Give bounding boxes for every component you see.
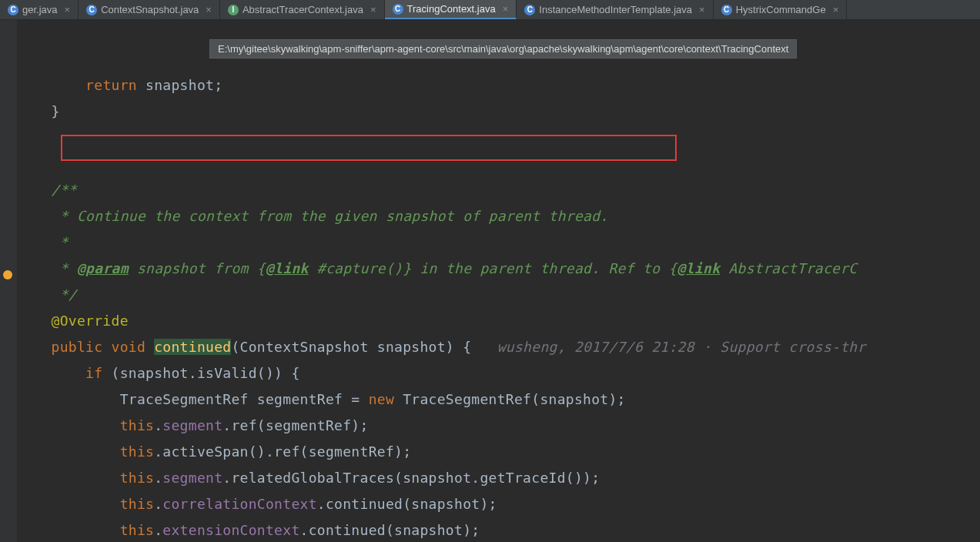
tab-label: HystrixCommandGe <box>736 4 826 15</box>
file-path-tooltip: E:\my\gitee\skywalking\apm-sniffer\apm-a… <box>209 39 797 59</box>
annotation: @Override <box>17 313 129 329</box>
code-text: . <box>154 496 162 512</box>
javadoc-line: /** <box>17 182 77 198</box>
keyword: this <box>17 522 154 538</box>
tab-label: InstanceMethodInterTemplate.java <box>539 4 692 15</box>
editor-tab[interactable]: CInstanceMethodInterTemplate.java× <box>517 0 713 19</box>
keyword: if <box>17 365 112 381</box>
javadoc-line: */ <box>17 286 77 303</box>
code-text: . <box>154 470 162 486</box>
code-text: . <box>154 522 162 538</box>
editor-tab[interactable]: CHystrixCommandGe× <box>714 0 848 19</box>
code-text: .relatedGlobalTraces(snapshot.getTraceId… <box>222 470 600 486</box>
javadoc-tag: @link <box>266 260 309 276</box>
editor-tab[interactable]: CContextSnapshot.java× <box>79 0 220 19</box>
javadoc-line: * <box>17 260 77 276</box>
javadoc-tag: @param <box>77 260 129 276</box>
interface-icon: I <box>228 5 239 15</box>
close-icon[interactable]: × <box>699 4 705 15</box>
editor-tabs: Cger.java×CContextSnapshot.java×IAbstrac… <box>0 0 980 20</box>
close-icon[interactable]: × <box>206 4 212 15</box>
gutter <box>0 20 17 542</box>
close-icon[interactable]: × <box>503 3 509 15</box>
close-icon[interactable]: × <box>65 4 71 15</box>
field: segment <box>162 470 222 486</box>
javadoc-highlighted: Continue the context from the given snap… <box>77 208 600 224</box>
tab-label: AbstractTracerContext.java <box>242 4 363 15</box>
javadoc-tag: @link <box>677 260 721 276</box>
javadoc-text: snapshot from { <box>129 260 266 276</box>
field: segment <box>162 417 222 433</box>
code-text: .continued(snapshot); <box>317 496 497 512</box>
javadoc-text: AbstractTracerC <box>720 260 857 276</box>
field: correlationContext <box>162 496 316 512</box>
javadoc-text: #capture()} in the parent thread. Ref to… <box>309 260 677 276</box>
editor-tab[interactable]: Cger.java× <box>0 0 79 19</box>
code-text: (ContextSnapshot snapshot) { <box>231 339 471 355</box>
highlight-box <box>61 135 677 161</box>
tab-label: TracingContext.java <box>407 3 496 15</box>
field: extensionContext <box>162 522 299 538</box>
method-name: continued <box>154 339 231 355</box>
keyword: void <box>112 339 155 355</box>
class-icon: C <box>721 5 732 15</box>
keyword: return <box>85 77 137 93</box>
close-icon[interactable]: × <box>833 4 839 15</box>
keyword: public <box>17 339 112 355</box>
close-icon[interactable]: × <box>370 4 376 15</box>
code-editor[interactable]: return snapshot; } /** * Continue the co… <box>0 20 980 542</box>
lightbulb-icon[interactable] <box>3 270 12 279</box>
code-text: . <box>154 417 162 433</box>
class-icon: C <box>393 4 403 15</box>
editor-tab[interactable]: IAbstractTracerContext.java× <box>220 0 385 19</box>
keyword: this <box>17 417 154 433</box>
code-text: TraceSegmentRef segmentRef = <box>17 391 369 407</box>
keyword: this <box>17 443 154 460</box>
code-line <box>17 77 85 93</box>
class-icon: C <box>8 5 18 15</box>
code-text: .continued(snapshot); <box>300 522 480 538</box>
code-text: .ref(segmentRef); <box>222 417 368 433</box>
class-icon: C <box>524 5 535 15</box>
tab-label: ger.java <box>22 4 58 15</box>
javadoc-line: * <box>17 208 77 224</box>
code-text: TraceSegmentRef(snapshot); <box>403 391 626 407</box>
code-text: snapshot; <box>137 77 222 93</box>
javadoc-text: . <box>600 208 608 224</box>
keyword: new <box>369 391 403 407</box>
javadoc-line: * <box>17 234 69 250</box>
editor-tab[interactable]: CTracingContext.java× <box>385 0 517 19</box>
code-line: } <box>17 103 60 119</box>
keyword: this <box>17 470 154 486</box>
inlay-hint: wusheng, 2017/7/6 21:28 · Support cross-… <box>471 339 865 355</box>
code-text: .activeSpan().ref(segmentRef); <box>154 443 411 460</box>
tab-label: ContextSnapshot.java <box>101 4 199 15</box>
keyword: this <box>17 496 154 512</box>
class-icon: C <box>86 5 97 15</box>
code-text: (snapshot.isValid()) { <box>112 365 300 381</box>
